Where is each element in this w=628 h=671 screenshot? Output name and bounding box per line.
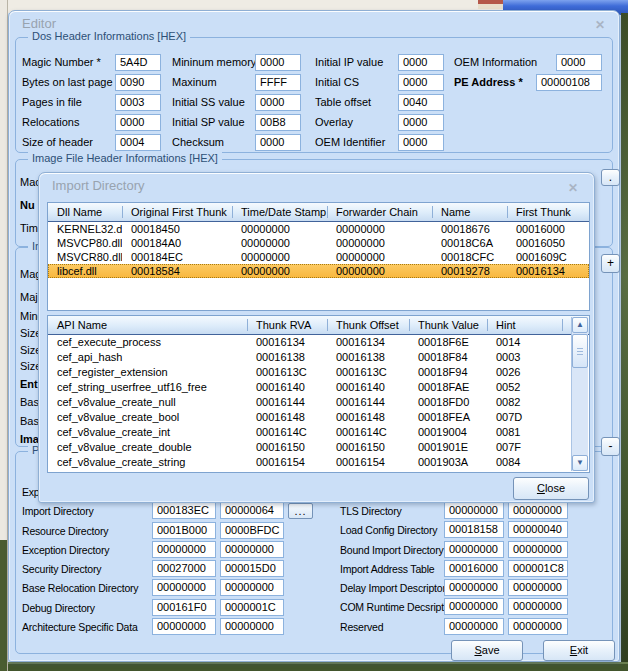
api-row[interactable]: cef_v8value_create_null 00016144 0001614…	[48, 395, 589, 410]
api-row[interactable]: cef_execute_process 00016134 00016134 00…	[48, 335, 589, 350]
size-field[interactable]: 0000BFDC	[220, 522, 284, 539]
exit-button[interactable]: Exit	[543, 640, 615, 661]
rva-field[interactable]: 00000000	[444, 598, 504, 615]
rva-field[interactable]: 00027000	[152, 560, 216, 577]
rva-field[interactable]: 00000000	[444, 502, 504, 519]
size-field[interactable]: 000001C8	[508, 560, 568, 577]
size-field[interactable]: 00000000	[508, 502, 568, 519]
thunk-rva-cell: 00016140	[247, 380, 327, 395]
scroll-down-icon[interactable]: ▼	[572, 455, 588, 471]
bytes-last-page-field[interactable]: 0090	[115, 74, 161, 91]
scroll-up-icon[interactable]: ▲	[572, 317, 588, 333]
overlay-field[interactable]: 0000	[398, 114, 444, 131]
dll-row[interactable]: MSVCP80.dll 000184A0 00000000 00000000 0…	[48, 236, 589, 250]
initial-cs-field[interactable]: 0000	[398, 74, 444, 91]
dll-name-cell: KERNEL32.dll	[48, 222, 122, 236]
remove-section-button[interactable]: -	[601, 437, 620, 456]
relocations-field[interactable]: 0000	[115, 114, 161, 131]
size-field[interactable]: 00000040	[508, 521, 568, 538]
size-field[interactable]: 00000000	[508, 618, 568, 635]
pe-address-field[interactable]: 00000108	[536, 74, 602, 91]
timedate-stamp-cell: 00000000	[232, 222, 327, 236]
initial-ss-field[interactable]: 0000	[255, 94, 301, 111]
dll-row[interactable]: KERNEL32.dll 00018450 00000000 00000000 …	[48, 222, 589, 236]
rva-field[interactable]: 00000000	[152, 541, 216, 558]
pe-directory-row: Delay Import Descriptors 00000000 000000…	[338, 579, 578, 598]
column-header[interactable]: Thunk RVA	[247, 316, 327, 334]
pe-directory-row: Import Directory 000183EC 00000064 ...	[20, 502, 318, 521]
save-button[interactable]: Save	[451, 640, 523, 661]
name-cell: 00018CFC	[432, 250, 507, 264]
table-offset-field[interactable]: 0040	[398, 94, 444, 111]
column-header[interactable]: Thunk Offset	[327, 316, 409, 334]
api-row[interactable]: cef_v8value_create_array 00016158 000161…	[48, 470, 589, 473]
browse-button-fragment[interactable]: .	[601, 169, 620, 186]
column-header[interactable]: Time/Date Stamp	[232, 203, 327, 221]
column-header[interactable]: Original First Thunk	[122, 203, 232, 221]
field-label: Mininum memory	[172, 54, 256, 71]
size-field[interactable]: 00000000	[220, 541, 284, 558]
rva-field[interactable]: 000161F0	[152, 599, 216, 616]
column-header[interactable]: Name	[432, 203, 507, 221]
column-header[interactable]: First Thunk	[507, 203, 587, 221]
dll-name-cell: MSVCP80.dll	[48, 236, 122, 250]
api-row[interactable]: cef_v8value_create_double 00016150 00016…	[48, 440, 589, 455]
hint-cell: 0003	[487, 350, 562, 365]
rva-field[interactable]: 000183EC	[152, 502, 216, 519]
size-field[interactable]: 00000000	[508, 598, 568, 615]
dll-row[interactable]: libcef.dll 00018584 00000000 00000000 00…	[48, 264, 589, 278]
first-thunk-cell: 0001609C	[507, 250, 587, 264]
size-field[interactable]: 000015D0	[220, 560, 284, 577]
initial-sp-field[interactable]: 00B8	[255, 114, 301, 131]
scrollbar-thumb[interactable]	[572, 334, 588, 368]
api-row[interactable]: cef_v8value_create_bool 00016148 0001614…	[48, 410, 589, 425]
thunk-offset-cell: 0001613C	[327, 365, 409, 380]
api-row[interactable]: cef_v8value_create_string 00016154 00016…	[48, 455, 589, 470]
pages-in-file-field[interactable]: 0003	[115, 94, 161, 111]
api-row[interactable]: cef_string_userfree_utf16_free 00016140 …	[48, 380, 589, 395]
oem-information-field[interactable]: 0000	[556, 54, 602, 71]
magic-number-field[interactable]: 5A4D	[115, 54, 161, 71]
minimum-memory-field[interactable]: 0000	[255, 54, 301, 71]
field-label: Table offset	[315, 94, 371, 111]
thunk-value-cell: 00018F6E	[409, 335, 487, 350]
api-row[interactable]: cef_api_hash 00016138 00016138 00018F84 …	[48, 350, 589, 365]
dll-row[interactable]: MSVCR80.dll 000184EC 00000000 00000000 0…	[48, 250, 589, 264]
size-field[interactable]: 00000000	[220, 579, 284, 596]
column-header[interactable]: Hint	[487, 316, 562, 334]
size-field[interactable]: 00000000	[220, 618, 284, 635]
api-name-cell: cef_v8value_create_int	[48, 425, 247, 440]
column-header[interactable]: API Name	[48, 316, 247, 334]
rva-field[interactable]: 00000000	[444, 618, 504, 635]
rva-field[interactable]: 00000000	[152, 579, 216, 596]
column-header[interactable]: Forwarder Chain	[327, 203, 432, 221]
initial-ip-field[interactable]: 0000	[398, 54, 444, 71]
size-field[interactable]: 00000000	[508, 579, 568, 596]
close-icon[interactable]: ✕	[592, 18, 608, 33]
api-row[interactable]: cef_register_extension 0001613C 0001613C…	[48, 365, 589, 380]
size-field[interactable]: 0000001C	[220, 599, 284, 616]
size-field[interactable]: 00000064	[220, 502, 284, 519]
close-button[interactable]: Close	[513, 477, 589, 500]
field-label: Pages in file	[22, 94, 82, 111]
rva-field[interactable]: 00018158	[444, 521, 504, 538]
api-row[interactable]: cef_v8value_create_int 0001614C 0001614C…	[48, 425, 589, 440]
column-header[interactable]: Thunk Value	[409, 316, 487, 334]
rva-field[interactable]: 00000000	[152, 618, 216, 635]
rva-field[interactable]: 00016000	[444, 560, 504, 577]
add-section-button[interactable]: +	[601, 254, 620, 273]
rva-field[interactable]: 00000000	[444, 579, 504, 596]
size-of-header-field[interactable]: 0004	[115, 134, 161, 151]
column-header[interactable]: Dll Name	[48, 203, 122, 221]
size-field[interactable]: 00000000	[508, 541, 568, 558]
close-icon[interactable]: ✕	[565, 181, 581, 196]
oem-identifier-field[interactable]: 0000	[398, 134, 444, 151]
scrollbar[interactable]: ▲ ▼	[571, 317, 588, 471]
browse-button[interactable]: ...	[288, 503, 313, 519]
original-first-thunk-cell: 000184A0	[122, 236, 232, 250]
api-name-cell: cef_v8value_create_null	[48, 395, 247, 410]
rva-field[interactable]: 00000000	[444, 541, 504, 558]
rva-field[interactable]: 0001B000	[152, 522, 216, 539]
checksum-field[interactable]: 0000	[255, 134, 301, 151]
maximum-field[interactable]: FFFF	[255, 74, 301, 91]
